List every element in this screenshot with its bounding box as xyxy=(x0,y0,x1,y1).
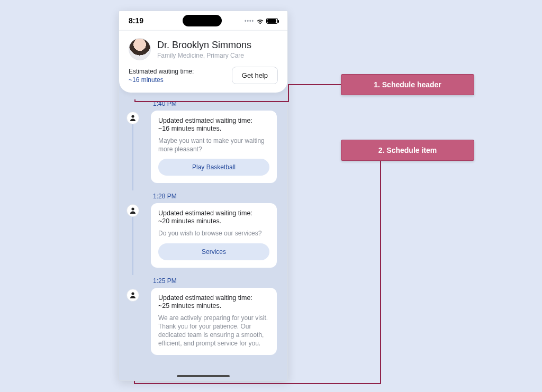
bubble-subtitle: ~16 minutes minutes. xyxy=(158,125,269,132)
schedule-item: 1:25 PM Updated estimated waiting time: … xyxy=(130,277,277,355)
svg-point-2 xyxy=(131,292,134,295)
annotation-schedule-header: 1. Schedule header xyxy=(341,74,474,95)
bubble-subtitle: ~25 minutes minutes. xyxy=(158,302,269,309)
svg-point-0 xyxy=(131,115,134,117)
doctor-specialty: Family Medicine, Primary Care xyxy=(157,52,251,59)
timeline: 1:40 PM Updated estimated waiting time: … xyxy=(119,93,287,380)
status-indicators: •••• xyxy=(245,18,278,24)
annotation-connector xyxy=(288,84,341,85)
services-button[interactable]: Services xyxy=(158,243,269,260)
bubble-body: Do you wish to browse our services? xyxy=(158,229,269,238)
battery-icon xyxy=(266,18,278,24)
annotation-connector xyxy=(288,84,289,101)
schedule-item: 1:28 PM Updated estimated waiting time: … xyxy=(130,193,277,267)
doctor-name: Dr. Brooklyn Simmons xyxy=(157,40,251,51)
doctor-row: Dr. Brooklyn Simmons Family Medicine, Pr… xyxy=(129,33,278,67)
more-dots-icon: •••• xyxy=(245,18,254,24)
home-indicator xyxy=(177,375,230,377)
annotation-connector xyxy=(134,101,289,102)
agent-avatar-icon xyxy=(127,204,139,217)
bubble-subtitle: ~20 minutes minutes. xyxy=(158,217,269,225)
timeline-connector xyxy=(132,217,133,275)
agent-avatar-icon xyxy=(127,112,139,124)
timeline-connector xyxy=(132,124,133,190)
bubble-title: Updated estimated waiting time: xyxy=(158,209,269,217)
bubble-body: Maybe you want to make your waiting more… xyxy=(158,136,269,153)
annotation-connector xyxy=(134,99,136,102)
annotation-connector xyxy=(134,383,381,384)
entry-time: 1:25 PM xyxy=(151,277,277,285)
svg-point-1 xyxy=(131,208,134,211)
doctor-avatar xyxy=(129,38,151,60)
message-bubble: Updated estimated waiting time: ~20 minu… xyxy=(151,203,277,267)
annotation-connector xyxy=(134,381,135,384)
bubble-title: Updated estimated waiting time: xyxy=(158,294,269,302)
entry-time: 1:28 PM xyxy=(151,193,277,200)
agent-avatar-icon xyxy=(127,289,139,302)
bubble-body: We are actively preparing for your visit… xyxy=(158,314,269,348)
waiting-row: Estimated waiting time: ~16 minutes Get … xyxy=(129,67,278,84)
dynamic-island xyxy=(183,15,222,26)
schedule-item: 1:40 PM Updated estimated waiting time: … xyxy=(130,100,277,183)
phone-frame: 8:19 •••• Dr. Brooklyn Simmons Family Me… xyxy=(119,11,288,381)
wifi-icon xyxy=(256,18,264,24)
message-bubble: Updated estimated waiting time: ~25 minu… xyxy=(151,288,277,355)
message-bubble: Updated estimated waiting time: ~16 minu… xyxy=(151,111,277,183)
get-help-button[interactable]: Get help xyxy=(232,67,278,84)
annotation-schedule-item: 2. Schedule item xyxy=(341,140,474,161)
waiting-value: ~16 minutes xyxy=(129,76,194,84)
status-time: 8:19 xyxy=(129,16,160,25)
annotation-connector xyxy=(380,161,381,383)
play-basketball-button[interactable]: Play Basketball xyxy=(158,159,269,176)
status-bar: 8:19 •••• xyxy=(119,11,287,30)
bubble-title: Updated estimated waiting time: xyxy=(158,117,269,124)
waiting-label: Estimated waiting time: xyxy=(129,68,194,75)
schedule-header-card: Dr. Brooklyn Simmons Family Medicine, Pr… xyxy=(119,30,287,93)
